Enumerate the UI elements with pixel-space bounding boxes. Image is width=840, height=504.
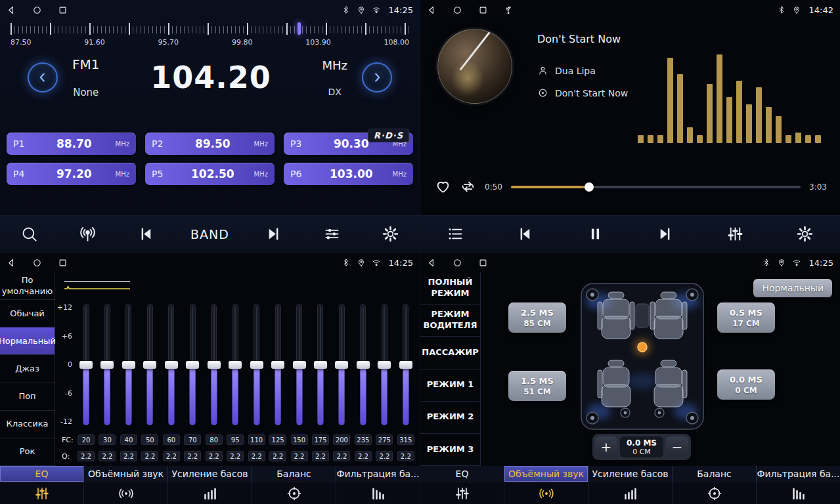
eq-preset-item[interactable]: Джаз bbox=[0, 355, 55, 383]
tab-surround[interactable]: Объёмный звук bbox=[84, 466, 168, 482]
recents-icon[interactable] bbox=[58, 5, 68, 15]
eq-band-slider[interactable] bbox=[333, 304, 350, 425]
tab-balance-icon-cell[interactable] bbox=[252, 482, 336, 504]
eq-band-slider[interactable] bbox=[120, 304, 137, 425]
eq-band-slider[interactable] bbox=[397, 304, 414, 425]
eq-band-slider[interactable] bbox=[141, 304, 158, 425]
delay-front-left[interactable]: 2.5 MS 85 CM bbox=[508, 303, 566, 333]
eq-slider-handle[interactable] bbox=[271, 361, 284, 369]
previous-track-button[interactable] bbox=[512, 220, 539, 248]
home-icon[interactable] bbox=[453, 5, 462, 15]
tab-bass-boost[interactable]: Усиление басов bbox=[168, 466, 252, 482]
eq-band-slider[interactable] bbox=[77, 304, 95, 425]
recents-icon[interactable] bbox=[478, 5, 488, 15]
delay-decrease-button[interactable]: − bbox=[666, 436, 688, 457]
tab-filter[interactable]: Фильтрация ба... bbox=[336, 466, 420, 482]
previous-button[interactable] bbox=[132, 220, 160, 248]
eq-slider-handle[interactable] bbox=[79, 361, 93, 369]
band-button[interactable]: BAND bbox=[190, 220, 229, 248]
tab-balance[interactable]: Баланс bbox=[673, 466, 757, 482]
settings-button[interactable] bbox=[376, 220, 404, 248]
repeat-icon[interactable] bbox=[460, 178, 476, 195]
home-icon[interactable] bbox=[453, 258, 462, 268]
delay-increase-button[interactable]: + bbox=[595, 436, 617, 457]
eq-preset-item[interactable]: Нормальный bbox=[0, 327, 55, 355]
broadcast-button[interactable] bbox=[74, 220, 101, 248]
surround-mode-item[interactable]: РЕЖИМ 3 bbox=[420, 434, 480, 466]
eq-slider-handle[interactable] bbox=[165, 361, 178, 369]
tab-balance[interactable]: Баланс bbox=[252, 466, 336, 482]
eq-slider-handle[interactable] bbox=[208, 361, 221, 369]
progress-thumb[interactable] bbox=[585, 182, 594, 192]
eq-slider-handle[interactable] bbox=[335, 361, 348, 369]
tab-bass-icon-cell[interactable] bbox=[168, 482, 252, 504]
equalizer-button[interactable] bbox=[721, 220, 749, 248]
eq-slider-handle[interactable] bbox=[250, 361, 263, 369]
back-icon[interactable] bbox=[427, 258, 437, 268]
eq-preset-item[interactable]: Классика bbox=[0, 411, 55, 438]
home-icon[interactable] bbox=[32, 5, 42, 15]
delay-rear-right[interactable]: 0.0 MS 0 CM bbox=[717, 369, 775, 400]
back-icon[interactable] bbox=[7, 5, 16, 15]
eq-preset-item[interactable]: Рок bbox=[0, 438, 55, 466]
tab-filter-icon-cell[interactable] bbox=[336, 482, 420, 504]
eq-slider-handle[interactable] bbox=[143, 361, 156, 369]
eq-band-slider[interactable] bbox=[99, 304, 116, 425]
eq-band-slider[interactable] bbox=[269, 304, 286, 425]
eq-band-slider[interactable] bbox=[355, 304, 372, 425]
surround-mode-item[interactable]: РЕЖИМ ВОДИТЕЛЯ bbox=[420, 304, 480, 337]
tuning-indicator[interactable] bbox=[298, 22, 301, 35]
search-button[interactable] bbox=[15, 220, 43, 248]
surround-mode-item[interactable]: ПОЛНЫЙ РЕЖИМ bbox=[420, 272, 480, 304]
tab-eq[interactable]: EQ bbox=[420, 466, 504, 482]
eq-band-slider[interactable] bbox=[312, 304, 329, 425]
eq-preset-item[interactable]: Обычай bbox=[0, 300, 55, 327]
tab-balance-icon-cell[interactable] bbox=[673, 482, 757, 504]
surround-mode-item[interactable]: ПАССАЖИР bbox=[420, 337, 480, 369]
preset-button[interactable]: P1 88.70 MHz bbox=[7, 133, 136, 155]
eq-slider-handle[interactable] bbox=[357, 361, 370, 369]
playlist-button[interactable] bbox=[441, 220, 469, 248]
settings-button[interactable] bbox=[791, 220, 819, 248]
eq-slider-handle[interactable] bbox=[100, 361, 114, 369]
recents-icon[interactable] bbox=[478, 258, 488, 268]
next-track-button[interactable] bbox=[652, 220, 679, 248]
tuner-settings-button[interactable] bbox=[319, 220, 346, 248]
tab-eq-icon-cell[interactable] bbox=[420, 482, 504, 504]
tab-eq-icon-cell[interactable] bbox=[0, 482, 84, 504]
preset-button[interactable]: P2 89.50 MHz bbox=[145, 133, 275, 155]
tab-surround-icon-cell[interactable] bbox=[504, 482, 588, 504]
eq-preset-item[interactable]: Поп bbox=[0, 383, 55, 411]
tab-surround-icon-cell[interactable] bbox=[84, 482, 168, 504]
tab-bass-icon-cell[interactable] bbox=[588, 482, 673, 504]
frequency-scale[interactable]: 87.5091.6095.7099.80103.90108.00 bbox=[11, 22, 409, 47]
eq-band-slider[interactable] bbox=[248, 304, 265, 425]
tab-filter[interactable]: Фильтрация ба... bbox=[757, 466, 840, 482]
eq-slider-handle[interactable] bbox=[186, 361, 199, 369]
preset-button[interactable]: P4 97.20 MHz bbox=[7, 163, 136, 185]
eq-slider-handle[interactable] bbox=[229, 361, 242, 369]
tab-filter-icon-cell[interactable] bbox=[757, 482, 840, 504]
favorite-icon[interactable] bbox=[435, 178, 451, 195]
surround-mode-item[interactable]: РЕЖИМ 2 bbox=[420, 402, 480, 434]
eq-slider-handle[interactable] bbox=[378, 361, 391, 369]
eq-band-slider[interactable] bbox=[376, 304, 393, 425]
eq-slider-handle[interactable] bbox=[399, 361, 412, 369]
preset-button[interactable]: P6 103.00 MHz bbox=[284, 163, 413, 185]
eq-slider-handle[interactable] bbox=[314, 361, 327, 369]
eq-slider-handle[interactable] bbox=[122, 361, 135, 369]
eq-band-slider[interactable] bbox=[227, 304, 244, 425]
tab-bass-boost[interactable]: Усиление басов bbox=[588, 466, 673, 482]
recents-icon[interactable] bbox=[58, 258, 68, 268]
eq-band-slider[interactable] bbox=[206, 304, 223, 425]
pause-button[interactable] bbox=[581, 220, 609, 248]
eq-band-slider[interactable] bbox=[291, 304, 308, 425]
tab-surround[interactable]: Объёмный звук bbox=[504, 466, 588, 482]
seek-up-button[interactable] bbox=[362, 62, 392, 93]
home-icon[interactable] bbox=[32, 258, 42, 268]
surround-mode-item[interactable]: РЕЖИМ 1 bbox=[420, 369, 480, 402]
seek-bar[interactable] bbox=[511, 186, 801, 188]
surround-preset-button[interactable]: Нормальный bbox=[753, 279, 832, 297]
back-icon[interactable] bbox=[427, 5, 437, 15]
seek-down-button[interactable] bbox=[28, 62, 58, 93]
